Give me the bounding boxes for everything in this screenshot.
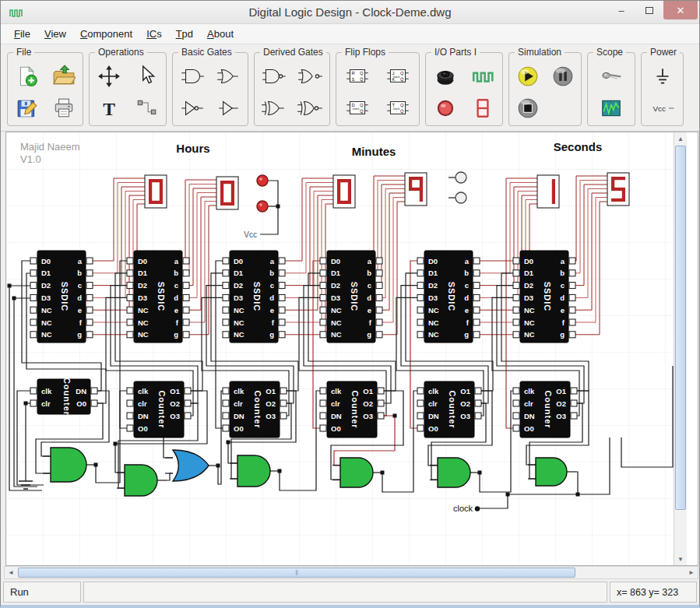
tool-nand-icon[interactable]: [260, 63, 288, 90]
pin-label: D2: [234, 281, 243, 290]
tool-push-button-icon[interactable]: [431, 63, 459, 90]
tool-jk-flipflop-icon[interactable]: JKclockQQ̄: [384, 63, 412, 90]
menu-item-file[interactable]: File: [7, 25, 37, 43]
vertical-scroll-thumb[interactable]: [675, 146, 686, 510]
tool-ground-icon[interactable]: [649, 63, 677, 90]
pin-label: O1: [266, 387, 276, 395]
and-gate-5[interactable]: [340, 458, 373, 487]
tool-move-icon[interactable]: [95, 63, 123, 90]
and-gate-1[interactable]: [51, 448, 86, 482]
toolbar-group-label: File: [13, 47, 34, 58]
tool-probe-icon[interactable]: [597, 63, 625, 90]
tool-seven-segment-icon[interactable]: [469, 95, 497, 121]
segment-b: [348, 179, 351, 192]
and-gate-2[interactable]: [125, 465, 157, 496]
tool-text-icon[interactable]: T: [95, 95, 123, 121]
and-gate-7[interactable]: [536, 458, 567, 486]
pin-label: DN: [331, 412, 342, 420]
svg-text:Q: Q: [400, 71, 404, 76]
led-off-3[interactable]: [456, 172, 466, 183]
tool-select-icon[interactable]: [132, 63, 160, 90]
scroll-up-icon[interactable]: ▲: [674, 132, 687, 145]
pin-label: D1: [524, 269, 534, 277]
tool-and-icon[interactable]: [178, 63, 206, 90]
tool-save-file-icon[interactable]: [13, 95, 41, 121]
segment-e: [149, 192, 152, 204]
menu-item-about[interactable]: About: [200, 25, 241, 43]
and-gate-6[interactable]: [438, 458, 470, 487]
pin-b: [569, 270, 575, 276]
tool-vcc-icon[interactable]: Vcc: [649, 95, 677, 121]
menu-item-ics[interactable]: ICs: [139, 25, 169, 43]
seven-segment-display-5[interactable]: [537, 175, 559, 208]
pin-label: DN: [76, 387, 86, 395]
tool-xnor-icon[interactable]: [297, 95, 325, 121]
tool-stop-icon[interactable]: [514, 95, 542, 121]
pin-label: d: [77, 293, 82, 302]
close-button[interactable]: ✕: [663, 1, 698, 19]
scroll-left-icon[interactable]: ◄: [5, 569, 17, 576]
pin-label: d: [464, 293, 469, 302]
tool-oscilloscope-icon[interactable]: [597, 95, 625, 121]
pin-dn: [91, 388, 97, 394]
clock-node[interactable]: [475, 506, 480, 511]
tool-open-file-icon[interactable]: [50, 63, 78, 90]
tool-wire-icon[interactable]: [132, 95, 160, 121]
tool-d-flipflop-icon[interactable]: DclockQQ̄: [343, 95, 371, 121]
pin-label: O3: [556, 412, 566, 420]
segment-c: [552, 192, 555, 204]
led-on-2[interactable]: [257, 201, 268, 212]
tool-rs-flipflop-icon[interactable]: RSQQ̄: [343, 63, 371, 90]
tool-buffer-icon[interactable]: [215, 95, 243, 121]
tool-not-icon[interactable]: [178, 95, 206, 121]
tool-pause-icon[interactable]: [549, 63, 577, 90]
run-button[interactable]: Run: [3, 582, 81, 603]
tool-t-flipflop-icon[interactable]: TclockQQ̄: [384, 95, 412, 121]
toolbar-group-label: Simulation: [515, 47, 565, 58]
version-label: V1.0: [20, 153, 41, 165]
maximize-button[interactable]: [635, 1, 663, 19]
tool-led-icon[interactable]: [431, 95, 459, 121]
or-gate-3[interactable]: [173, 450, 209, 481]
schematic-canvas[interactable]: D0D1D2D3NCNCNCabcdefgSSDICD0D1D2D3NCNCNC…: [6, 132, 674, 565]
chip-label: Counter: [157, 390, 167, 428]
tool-new-file-icon[interactable]: [13, 63, 41, 90]
pin-d0: [320, 258, 326, 264]
tool-nor-icon[interactable]: [297, 63, 325, 90]
tool-clock-source-icon[interactable]: [469, 63, 497, 90]
pin-d1: [417, 270, 424, 276]
canvas-svg[interactable]: D0D1D2D3NCNCNCabcdefgSSDICD0D1D2D3NCNCNC…: [6, 132, 674, 565]
pin-label: D3: [234, 293, 243, 302]
tool-print-icon[interactable]: [50, 95, 78, 121]
pin-clr: [223, 400, 229, 406]
pin-c: [569, 283, 575, 289]
menu-item-component[interactable]: Component: [73, 25, 139, 43]
pin-label: g: [367, 330, 371, 339]
pin-nc: [223, 319, 229, 325]
vertical-scrollbar[interactable]: ▲ ▼: [674, 132, 687, 565]
minimize-button[interactable]: –: [607, 1, 635, 19]
pin-a: [569, 258, 575, 264]
menu-item-view[interactable]: View: [37, 25, 73, 43]
and-gate-4[interactable]: [237, 455, 270, 487]
led-on-1[interactable]: [257, 175, 268, 186]
pin-o1: [475, 388, 481, 394]
horizontal-scroll-thumb[interactable]: ‖: [18, 568, 575, 578]
pin-nc: [513, 319, 519, 325]
scroll-right-icon[interactable]: ►: [685, 569, 698, 576]
tool-play-icon[interactable]: [514, 63, 542, 90]
pin-label: d: [174, 293, 178, 302]
toolbar-group-label: Derived Gates: [260, 47, 326, 58]
pin-label: O0: [138, 424, 148, 433]
led-highlight: [259, 203, 262, 206]
tool-or-icon[interactable]: [215, 63, 243, 90]
svg-text:Q: Q: [360, 104, 364, 108]
svg-text:clock: clock: [353, 108, 360, 111]
horizontal-scrollbar[interactable]: ◄ ‖ ►: [4, 566, 698, 579]
menu-item-tpd[interactable]: Tpd: [169, 25, 200, 43]
tool-xor-icon[interactable]: [260, 95, 288, 121]
led-off-4[interactable]: [456, 192, 466, 203]
toolbar-group-label: Flip Flops: [342, 47, 389, 58]
canvas-area: D0D1D2D3NCNCNCabcdefgSSDICD0D1D2D3NCNCNC…: [5, 132, 698, 566]
scroll-down-icon[interactable]: ▼: [674, 553, 687, 565]
